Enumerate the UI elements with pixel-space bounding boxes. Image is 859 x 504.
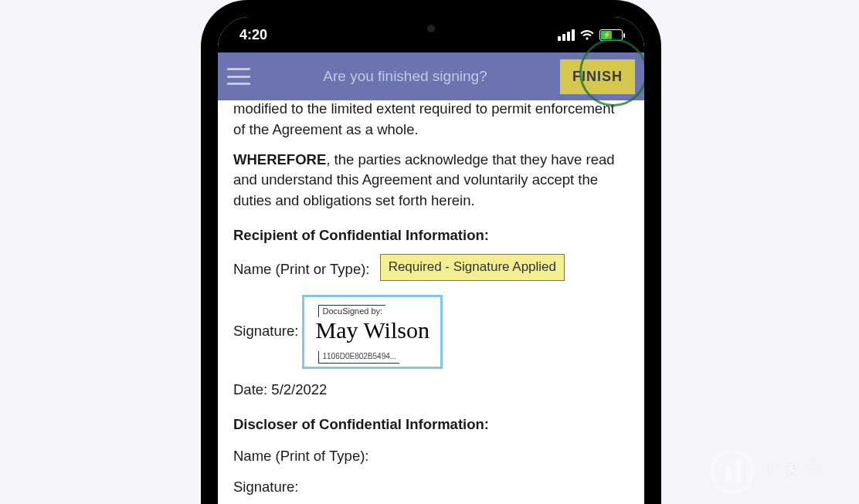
signature-script: May Wilson: [312, 317, 432, 343]
signature-tooltip: Required - Signature Applied: [380, 254, 565, 281]
app-header: Are you finished signing? FINISH: [218, 52, 644, 100]
watermark-sub: XIAOXIANG CLOUD: [762, 480, 842, 487]
name-label: Name (Print or Type):: [233, 261, 370, 277]
watermark-brand: 小象云: [762, 458, 827, 478]
battery-icon: ⚡: [599, 29, 623, 41]
phone-bezel: 4:20 ⚡ Are you finished signing? FINISH: [212, 11, 650, 504]
date-value: 5/2/2022: [271, 381, 327, 397]
signature-box[interactable]: DocuSigned by: May Wilson 1106D0E802B549…: [302, 295, 442, 369]
signature-header: DocuSigned by:: [318, 305, 385, 318]
paragraph-tail: modified to the limited extent required …: [233, 99, 629, 140]
cellular-icon: [558, 29, 575, 41]
menu-button[interactable]: [227, 68, 250, 85]
phone-notch: [358, 17, 504, 40]
finish-button[interactable]: FINISH: [560, 59, 635, 94]
date-label: Date:: [233, 381, 267, 397]
recipient-heading: Recipient of Confidential Information:: [233, 225, 629, 246]
recipient-signature-row: Signature: DocuSigned by: May Wilson 110…: [233, 295, 629, 369]
document-body[interactable]: modified to the limited extent required …: [218, 100, 644, 498]
watermark-text-block: 小象云 XIAOXIANG CLOUD: [762, 457, 842, 487]
watermark-logo-icon: [711, 450, 754, 493]
status-time: 4:20: [239, 27, 267, 43]
watermark: 小象云 XIAOXIANG CLOUD: [711, 450, 842, 493]
discloser-heading: Discloser of Confidential Information:: [233, 414, 629, 435]
wherefore-strong: WHEREFORE: [233, 151, 326, 167]
battery-charging-icon: ⚡: [601, 31, 612, 39]
discloser-signature-label: Signature:: [233, 479, 298, 495]
signature-label: Signature:: [233, 323, 298, 339]
discloser-name-row: Name (Print of Type):: [233, 446, 629, 467]
status-right: ⚡: [558, 29, 623, 41]
header-title: Are you finished signing?: [250, 68, 560, 85]
recipient-name-row: Name (Print or Type): Required - Signatu…: [233, 257, 629, 284]
signature-id: 1106D0E802B5494...: [318, 351, 399, 364]
discloser-name-label: Name (Print of Type):: [233, 448, 368, 464]
date-row: Date: 5/2/2022: [233, 380, 629, 401]
phone-frame: 4:20 ⚡ Are you finished signing? FINISH: [201, 0, 661, 504]
paragraph-wherefore: WHEREFORE, the parties acknowledge that …: [233, 150, 629, 211]
wifi-icon: [579, 29, 595, 41]
discloser-signature-row: Signature:: [233, 477, 629, 498]
phone-screen: 4:20 ⚡ Are you finished signing? FINISH: [218, 17, 644, 504]
